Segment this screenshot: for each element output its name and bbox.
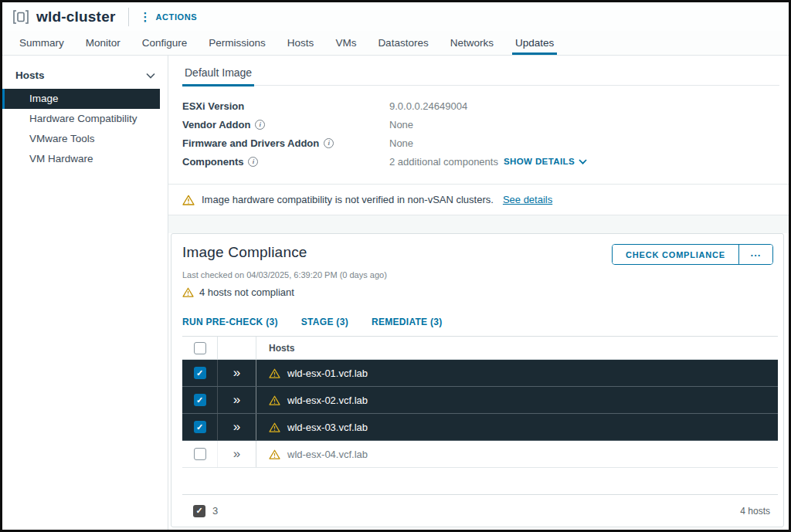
tab-default-image[interactable]: Default Image bbox=[182, 66, 254, 86]
chevron-down-icon bbox=[579, 159, 587, 164]
actions-menu-button[interactable]: ACTIONS bbox=[156, 12, 198, 22]
sidebar-item-hardware-compatibility[interactable]: Hardware Compatibility bbox=[2, 109, 160, 129]
warning-icon bbox=[182, 195, 195, 205]
object-header: wld-cluster ⋮ ACTIONS bbox=[2, 2, 789, 31]
table-row[interactable]: ✓ » wld-esx-02.vcf.lab bbox=[182, 387, 778, 414]
vsphere-client-window: wld-cluster ⋮ ACTIONS Summary Monitor Co… bbox=[0, 0, 791, 532]
row-checkbox[interactable] bbox=[194, 448, 206, 460]
field-esxi-version: ESXi Version 9.0.0.0.24649004 bbox=[182, 97, 779, 115]
field-firmware-drivers-addon: Firmware and Drivers Addoni None bbox=[182, 134, 779, 152]
warning-icon bbox=[269, 395, 280, 405]
sidebar-item-image[interactable]: Image bbox=[2, 89, 160, 109]
expand-column-header bbox=[218, 337, 256, 359]
field-vendor-addon: Vendor Addoni None bbox=[182, 115, 779, 134]
sidebar-group-label: Hosts bbox=[15, 69, 45, 81]
object-tabbar: Summary Monitor Configure Permissions Ho… bbox=[2, 31, 789, 56]
host-name: wld-esx-02.vcf.lab bbox=[287, 395, 368, 406]
sidebar-group-hosts[interactable]: Hosts bbox=[2, 65, 168, 89]
updates-sidebar: Hosts Image Hardware Compatibility VMwar… bbox=[2, 56, 168, 530]
field-label: Components bbox=[182, 156, 243, 168]
tab-hosts[interactable]: Hosts bbox=[277, 31, 325, 55]
table-empty-area bbox=[182, 468, 778, 494]
sidebar-item-vm-hardware[interactable]: VM Hardware bbox=[2, 149, 160, 169]
remediate-link[interactable]: REMEDIATE (3) bbox=[372, 317, 443, 327]
cluster-icon bbox=[12, 9, 29, 25]
tab-vms[interactable]: VMs bbox=[324, 31, 367, 55]
host-name: wld-esx-04.vcf.lab bbox=[287, 449, 368, 460]
table-footer: ✓ 3 4 hosts bbox=[182, 494, 778, 527]
expand-row-icon[interactable]: » bbox=[233, 393, 240, 408]
tab-updates[interactable]: Updates bbox=[504, 31, 565, 55]
title-divider bbox=[128, 8, 129, 26]
total-hosts-count: 4 hosts bbox=[740, 506, 770, 517]
run-pre-check-link[interactable]: RUN PRE-CHECK (3) bbox=[182, 317, 278, 327]
host-name: wld-esx-03.vcf.lab bbox=[287, 422, 368, 433]
expand-row-icon[interactable]: » bbox=[233, 366, 240, 381]
field-label: Firmware and Drivers Addon bbox=[182, 137, 319, 149]
last-checked-text: Last checked on 04/03/2025, 6:39:20 PM (… bbox=[182, 270, 778, 280]
info-icon[interactable]: i bbox=[324, 138, 334, 148]
tab-configure[interactable]: Configure bbox=[131, 31, 199, 55]
row-checkbox[interactable]: ✓ bbox=[194, 421, 206, 433]
tab-summary[interactable]: Summary bbox=[8, 31, 75, 55]
page-title: wld-cluster bbox=[36, 8, 116, 25]
panel-title: Image Compliance bbox=[182, 244, 307, 261]
compliance-status: 4 hosts not compliant bbox=[182, 286, 778, 298]
field-label: Vendor Addon bbox=[182, 119, 250, 130]
select-all-checkbox[interactable] bbox=[194, 342, 206, 354]
compliance-button-group: CHECK COMPLIANCE ... bbox=[612, 244, 773, 265]
tab-networks[interactable]: Networks bbox=[440, 31, 504, 55]
field-label: ESXi Version bbox=[182, 100, 244, 112]
sidebar-item-vmware-tools[interactable]: VMware Tools bbox=[2, 129, 160, 149]
show-details-label: SHOW DETAILS bbox=[504, 157, 575, 166]
info-icon[interactable]: i bbox=[248, 157, 258, 167]
selected-count: 3 bbox=[212, 505, 218, 517]
warning-icon bbox=[269, 449, 280, 459]
default-image-tabbar: Default Image bbox=[182, 66, 779, 86]
table-row[interactable]: ✓ » wld-esx-03.vcf.lab bbox=[182, 414, 778, 441]
hardware-compat-warning-banner: Image hardware compatibility is not veri… bbox=[168, 185, 789, 215]
info-icon[interactable]: i bbox=[255, 120, 265, 130]
table-row[interactable]: ✓ » wld-esx-01.vcf.lab bbox=[182, 360, 778, 387]
default-image-section: Default Image ESXi Version 9.0.0.0.24649… bbox=[168, 56, 789, 185]
host-name: wld-esx-01.vcf.lab bbox=[287, 368, 368, 379]
tab-monitor[interactable]: Monitor bbox=[75, 31, 131, 55]
tab-datastores[interactable]: Datastores bbox=[367, 31, 439, 55]
field-value: None bbox=[389, 119, 413, 130]
table-header-row: Hosts bbox=[182, 337, 778, 360]
expand-row-icon[interactable]: » bbox=[233, 420, 240, 435]
chevron-down-icon bbox=[146, 73, 155, 79]
section-gap bbox=[168, 215, 789, 233]
table-row[interactable]: » wld-esx-04.vcf.lab bbox=[182, 441, 778, 468]
selection-summary-checkbox[interactable]: ✓ bbox=[193, 505, 205, 517]
row-checkbox[interactable]: ✓ bbox=[194, 367, 206, 379]
check-compliance-button[interactable]: CHECK COMPLIANCE bbox=[613, 245, 738, 264]
field-value: 9.0.0.0.24649004 bbox=[389, 100, 467, 112]
show-details-link[interactable]: SHOW DETAILS bbox=[504, 157, 587, 166]
warning-icon bbox=[269, 368, 280, 378]
stage-link[interactable]: STAGE (3) bbox=[301, 317, 348, 327]
status-text: 4 hosts not compliant bbox=[199, 286, 294, 298]
row-checkbox[interactable]: ✓ bbox=[194, 394, 206, 406]
see-details-link[interactable]: See details bbox=[503, 194, 552, 205]
hosts-table: Hosts ✓ » wld-esx-01.vcf.lab ✓ » bbox=[182, 336, 778, 527]
actions-kebab-icon: ⋮ bbox=[140, 11, 151, 22]
more-actions-button[interactable]: ... bbox=[738, 245, 772, 264]
hosts-column-header: Hosts bbox=[256, 343, 778, 354]
image-compliance-panel: Image Compliance CHECK COMPLIANCE ... La… bbox=[171, 233, 784, 527]
warning-icon bbox=[269, 422, 280, 432]
warning-text: Image hardware compatibility is not veri… bbox=[202, 194, 494, 205]
field-value: None bbox=[389, 137, 413, 149]
field-value: 2 additional components bbox=[389, 156, 498, 168]
tab-permissions[interactable]: Permissions bbox=[198, 31, 277, 55]
field-components: Componentsi 2 additional components SHOW… bbox=[182, 152, 779, 171]
warning-icon bbox=[182, 287, 194, 297]
expand-row-icon[interactable]: » bbox=[233, 447, 240, 462]
